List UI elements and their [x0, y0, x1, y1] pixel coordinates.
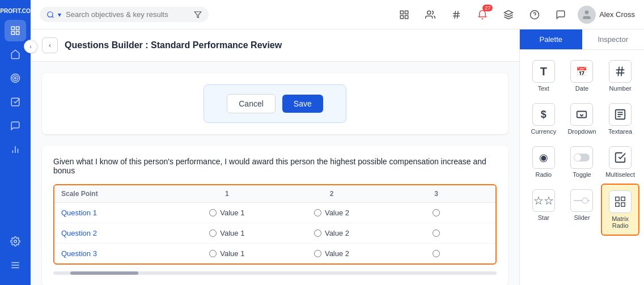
radio-icon: ◉ [532, 146, 555, 169]
matrix-header-col0: Scale Point [61, 190, 175, 198]
panel-item-textarea[interactable]: Textarea [601, 97, 639, 141]
dropdown-icon [570, 103, 593, 126]
row3-cell1[interactable]: Value 1 [175, 249, 279, 258]
row1-radio1[interactable] [209, 209, 217, 216]
panel-item-toggle[interactable]: Toggle [563, 141, 601, 184]
tab-inspector[interactable]: Inspector [582, 29, 645, 49]
matrix-radio-icon [609, 190, 632, 213]
row3-cell3[interactable] [384, 250, 489, 257]
table-row: Question 2 Value 1 Value 2 [54, 223, 495, 244]
multiselect-label: Multiselect [605, 171, 635, 178]
topbar-help-icon[interactable] [526, 6, 544, 24]
row2-value2: Value 2 [325, 229, 349, 237]
sidebar-item-settings[interactable] [5, 231, 26, 252]
panel-item-multiselect[interactable]: Multiselect [601, 141, 639, 184]
matrix-header-col3: 3 [384, 190, 489, 198]
search-input[interactable] [66, 10, 190, 19]
svg-rect-1 [16, 27, 19, 29]
svg-point-11 [14, 240, 17, 243]
row2-value1: Value 1 [220, 229, 244, 237]
sidebar-item-more[interactable] [5, 254, 26, 276]
svg-rect-3 [11, 32, 14, 35]
row2-radio3[interactable] [433, 229, 440, 237]
row3-radio1[interactable] [209, 250, 217, 257]
row1-cell2[interactable]: Value 2 [279, 209, 384, 217]
number-label: Number [609, 85, 632, 92]
row3-radio2[interactable] [314, 250, 321, 257]
panel-item-radio[interactable]: ◉ Radio [524, 141, 563, 184]
sidebar-item-grid[interactable] [5, 20, 26, 41]
scrollbar-indicator[interactable] [53, 271, 497, 275]
svg-point-15 [48, 11, 53, 16]
svg-point-30 [585, 10, 589, 14]
row1-cell3[interactable] [384, 209, 489, 216]
save-button[interactable]: Save [282, 95, 323, 113]
row2-cell1[interactable]: Value 1 [175, 229, 279, 237]
row2-radio2[interactable] [314, 229, 321, 237]
sidebar-collapse-button[interactable]: › [24, 40, 37, 53]
topbar-people-icon[interactable] [421, 6, 439, 24]
row2-cell2[interactable]: Value 2 [279, 229, 384, 237]
sidebar: PROFIT.CO › [0, 0, 31, 285]
matrix-header: Scale Point 1 2 3 [54, 185, 495, 203]
svg-marker-17 [194, 11, 201, 18]
topbar-dashboard-icon[interactable] [395, 6, 413, 24]
row2-radio1[interactable] [209, 229, 217, 237]
search-scope-icon [46, 11, 54, 19]
star-label: Star [538, 214, 549, 221]
star-icon: ☆☆ [532, 189, 555, 212]
svg-marker-27 [505, 10, 513, 15]
popup-inner: Cancel Save [204, 84, 346, 123]
scrollbar-thumb [70, 271, 138, 275]
topbar-hash-icon[interactable] [447, 6, 465, 24]
panel-item-date[interactable]: 📅 Date [563, 54, 601, 97]
search-bar[interactable]: ▾ [40, 7, 209, 22]
row3-value2: Value 2 [325, 249, 349, 258]
text-label: Text [538, 85, 549, 92]
panel-tabs: Palette Inspector [520, 29, 644, 50]
row1-radio2[interactable] [314, 209, 321, 216]
panel-item-dropdown[interactable]: Dropdown [563, 97, 601, 141]
svg-rect-18 [400, 11, 403, 14]
sidebar-item-check[interactable] [5, 91, 26, 113]
row1-cell1[interactable]: Value 1 [175, 209, 279, 217]
svg-rect-19 [405, 11, 408, 14]
logo-text: PROFIT.CO [0, 8, 30, 14]
question-section: Given what I know of this person's perfo… [42, 146, 508, 285]
date-label: Date [575, 85, 588, 92]
topbar-notification-icon[interactable]: 27 [473, 6, 492, 24]
matrix-header-col2: 2 [279, 190, 384, 198]
filter-icon[interactable] [194, 11, 202, 19]
topbar-message-icon[interactable] [552, 6, 570, 24]
svg-line-26 [457, 11, 459, 19]
panel-item-slider[interactable]: Slider [563, 184, 601, 236]
panel-item-matrix-radio[interactable]: Matrix Radio [601, 184, 639, 236]
user-area[interactable]: Alex Cross [578, 6, 635, 24]
content-area: ‹ Questions Builder : Standard Performan… [31, 29, 644, 285]
table-row: Question 1 Value 1 Value 2 [54, 203, 495, 223]
svg-rect-44 [616, 197, 619, 201]
tab-palette[interactable]: Palette [520, 29, 582, 49]
panel-item-currency[interactable]: $ Currency [524, 97, 563, 141]
panel-item-number[interactable]: Number [601, 54, 639, 97]
sidebar-item-chat[interactable] [5, 115, 26, 137]
avatar [578, 6, 596, 24]
panel-item-star[interactable]: ☆☆ Star [524, 184, 563, 236]
cancel-button[interactable]: Cancel [227, 94, 276, 113]
sidebar-item-home[interactable] [5, 44, 26, 65]
slider-label: Slider [574, 214, 590, 221]
panel-item-text[interactable]: T Text [524, 54, 563, 97]
table-row: Question 3 Value 1 Value 2 [54, 244, 495, 263]
sidebar-item-target[interactable] [5, 67, 26, 89]
sidebar-item-analytics[interactable] [5, 139, 26, 160]
svg-line-25 [455, 11, 456, 19]
row2-cell3[interactable] [384, 229, 489, 237]
row3-cell2[interactable]: Value 2 [279, 249, 384, 258]
matrix-header-col1: 1 [175, 190, 279, 198]
row1-label: Question 1 [61, 209, 175, 217]
back-button[interactable]: ‹ [42, 37, 58, 53]
topbar-layers-icon[interactable] [499, 6, 518, 24]
date-icon: 📅 [570, 60, 593, 83]
row3-radio3[interactable] [433, 250, 440, 257]
row1-radio3[interactable] [433, 209, 440, 216]
